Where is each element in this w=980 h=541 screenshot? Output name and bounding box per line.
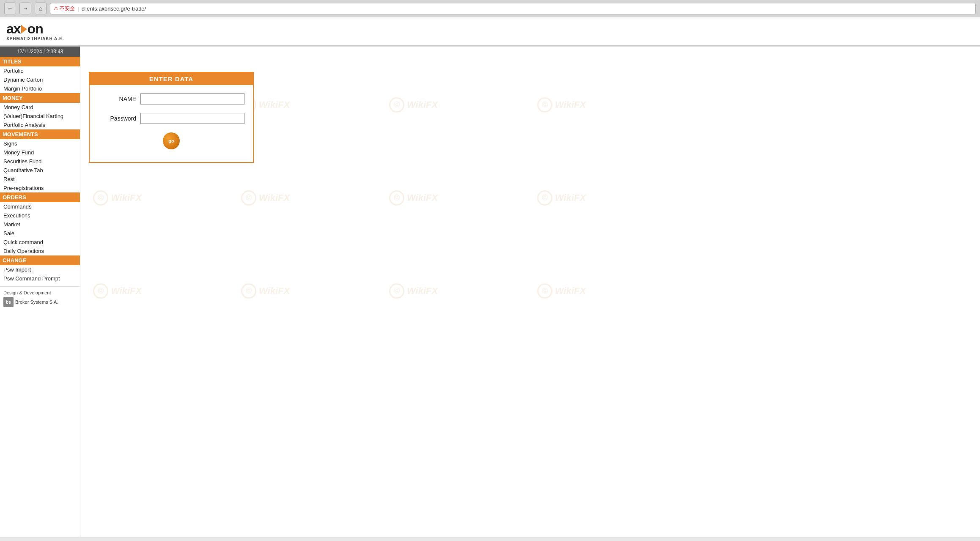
- watermark-3: ⒸWikiFX: [389, 97, 438, 113]
- sidebar-item-pre-registrations[interactable]: Pre-registrations: [0, 184, 80, 192]
- section-header-movements: MOVEMENTS: [0, 129, 80, 139]
- password-label: Password: [98, 115, 136, 122]
- security-warning: ⚠ 不安全: [54, 5, 75, 12]
- sidebar-item-psw-import[interactable]: Psw Import: [0, 265, 80, 274]
- watermark-11: ⒸWikiFX: [389, 283, 438, 299]
- sidebar-item-market[interactable]: Market: [0, 220, 80, 229]
- sidebar-item-rest[interactable]: Rest: [0, 175, 80, 184]
- section-header-change: CHANGE: [0, 255, 80, 265]
- watermark-10: ⒸWikiFX: [241, 283, 290, 299]
- watermark-5: ⒸWikiFX: [93, 190, 142, 206]
- sidebar-item-psw-command-prompt[interactable]: Psw Command Prompt: [0, 274, 80, 283]
- sidebar-item-margin-portfolio[interactable]: Margin Portfolio: [0, 84, 80, 93]
- sidebar-item-sale[interactable]: Sale: [0, 229, 80, 238]
- watermark-8: ⒸWikiFX: [537, 190, 586, 206]
- sidebar-item-securities-fund[interactable]: Securities Fund: [0, 157, 80, 166]
- sidebar-item-executions[interactable]: Executions: [0, 211, 80, 220]
- forward-button[interactable]: →: [19, 3, 31, 14]
- sidebar-item-financial-karting[interactable]: (Valuer)Financial Karting: [0, 112, 80, 121]
- form-body: NAME Password go: [90, 85, 253, 162]
- form-title: ENTER DATA: [90, 73, 253, 85]
- credits: Design & Development bs Broker Systems S…: [0, 286, 80, 310]
- broker-logo: bs Broker Systems S.A.: [3, 297, 77, 307]
- address-text: clients.axonsec.gr/e-trade/: [82, 5, 146, 12]
- watermark-6: ⒸWikiFX: [241, 190, 290, 206]
- content-area: ⒸWikiFX ⒸWikiFX ⒸWikiFX ⒸWikiFX ⒸWikiFX …: [80, 47, 980, 537]
- login-form: ENTER DATA NAME Password go: [89, 72, 254, 163]
- password-input[interactable]: [140, 113, 244, 124]
- logo: ax on ΧΡΗΜΑΤΙΣΤΗΡΙΑΚΗ Α.Ε.: [6, 22, 974, 41]
- section-header-titles: TITLES: [0, 57, 80, 66]
- logo-ax: ax: [6, 22, 21, 36]
- sidebar-item-daily-operations[interactable]: Daily Operations: [0, 247, 80, 255]
- back-button[interactable]: ←: [4, 3, 16, 14]
- browser-chrome: ← → ⌂ ⚠ 不安全 | clients.axonsec.gr/e-trade…: [0, 0, 980, 17]
- site-header: ax on ΧΡΗΜΑΤΙΣΤΗΡΙΑΚΗ Α.Ε.: [0, 17, 980, 47]
- name-row: NAME: [98, 93, 244, 104]
- credits-label: Design & Development: [3, 290, 77, 295]
- sidebar-item-money-card[interactable]: Money Card: [0, 103, 80, 112]
- watermark-12: ⒸWikiFX: [537, 283, 586, 299]
- sidebar-item-quick-command[interactable]: Quick command: [0, 238, 80, 247]
- sidebar-item-portfolio[interactable]: Portfolio: [0, 66, 80, 75]
- main-layout: 12/11/2024 12:33:43 TITLES Portfolio Dyn…: [0, 47, 980, 537]
- logo-on: on: [27, 22, 43, 36]
- logo-triangle-icon: [21, 25, 27, 33]
- section-header-money: MONEY: [0, 93, 80, 103]
- sidebar-item-money-fund[interactable]: Money Fund: [0, 148, 80, 157]
- sidebar-item-quantitative-tab[interactable]: Quantitative Tab: [0, 166, 80, 175]
- sidebar-item-commands[interactable]: Commands: [0, 202, 80, 211]
- broker-label: Broker Systems S.A.: [15, 299, 58, 305]
- watermark-7: ⒸWikiFX: [389, 190, 438, 206]
- name-input[interactable]: [140, 93, 244, 104]
- submit-row: go: [98, 132, 244, 154]
- sidebar-item-dynamic-carton[interactable]: Dynamic Carton: [0, 75, 80, 84]
- datetime: 12/11/2024 12:33:43: [0, 47, 80, 57]
- section-header-orders: ORDERS: [0, 192, 80, 202]
- broker-icon: bs: [3, 297, 14, 307]
- watermark-9: ⒸWikiFX: [93, 283, 142, 299]
- address-bar[interactable]: ⚠ 不安全 | clients.axonsec.gr/e-trade/: [50, 3, 976, 14]
- sidebar-item-signs[interactable]: Signs: [0, 139, 80, 148]
- name-label: NAME: [98, 96, 136, 102]
- watermark-4: ⒸWikiFX: [537, 97, 586, 113]
- sidebar-item-portfolio-analysis[interactable]: Portfolio Analysis: [0, 121, 80, 129]
- password-row: Password: [98, 113, 244, 124]
- home-button[interactable]: ⌂: [35, 3, 47, 14]
- sidebar: 12/11/2024 12:33:43 TITLES Portfolio Dyn…: [0, 47, 80, 537]
- logo-subtitle: ΧΡΗΜΑΤΙΣΤΗΡΙΑΚΗ Α.Ε.: [6, 36, 974, 41]
- go-button[interactable]: go: [163, 132, 180, 149]
